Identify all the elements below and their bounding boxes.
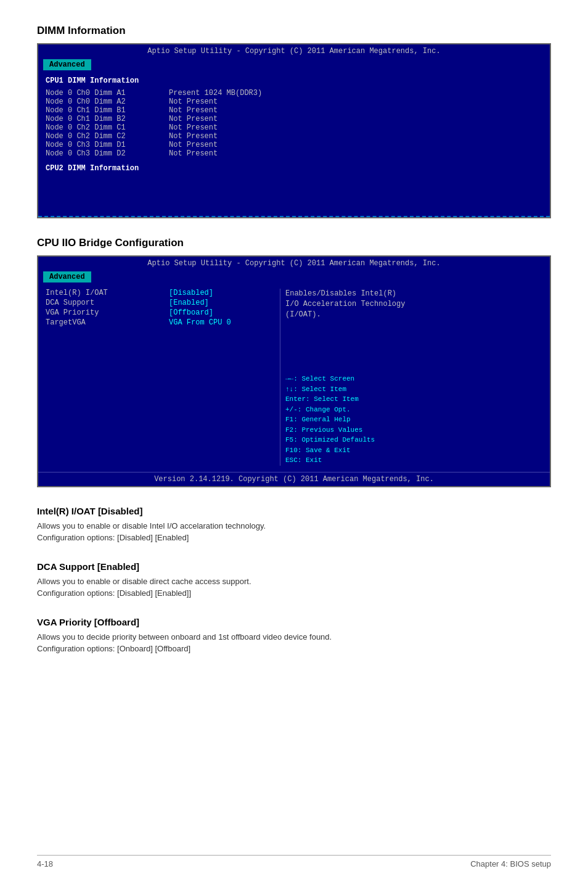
iio-tab-bar: Advanced <box>38 270 550 283</box>
iio-bios-screen: Aptio Setup Utility - Copyright (C) 2011… <box>37 255 551 487</box>
dimm-row-label: Node 0 Ch2 Dimm C1 <box>46 123 169 132</box>
intel-ioat-section: Intel(R) I/OAT [Disabled] Allows you to … <box>37 506 551 544</box>
dca-support-desc: Allows you to enable or disable direct c… <box>37 576 551 600</box>
dca-support-section: DCA Support [Enabled] Allows you to enab… <box>37 561 551 600</box>
dimm-bios-screen: Aptio Setup Utility - Copyright (C) 2011… <box>37 43 551 218</box>
chapter-label: Chapter 4: BIOS setup <box>470 859 551 868</box>
dimm-row-label: Node 0 Ch0 Dimm A1 <box>46 89 169 97</box>
dimm-row-value: Not Present <box>169 132 218 141</box>
iio-section: CPU IIO Bridge Configuration Aptio Setup… <box>37 237 551 487</box>
dimm-bios-header: Aptio Setup Utility - Copyright (C) 2011… <box>38 44 550 58</box>
vga-priority-desc: Allows you to decide priority between on… <box>37 631 551 655</box>
iio-heading: CPU IIO Bridge Configuration <box>37 237 551 249</box>
dimm-row: Node 0 Ch2 Dimm C1Not Present <box>46 123 542 132</box>
vga-priority-section: VGA Priority [Offboard] Allows you to de… <box>37 617 551 655</box>
iio-bios-footer: Version 2.14.1219. Copyright (C) 2011 Am… <box>38 472 550 486</box>
iio-item-label: Intel(R) I/OAT <box>46 289 166 297</box>
iio-item-value: [Disabled] <box>169 289 277 297</box>
iio-left-col: Intel(R) I/OATDCA SupportVGA PriorityTar… <box>46 289 169 466</box>
dimm-row-value: Present 1024 MB(DDR3) <box>169 89 262 97</box>
iio-help-text: Enables/Disables Intel(R) I/O Accelerati… <box>285 289 542 320</box>
dca-support-heading: DCA Support [Enabled] <box>37 561 551 572</box>
vga-priority-heading: VGA Priority [Offboard] <box>37 617 551 627</box>
dimm-row-value: Not Present <box>169 115 218 123</box>
iio-bios-header: Aptio Setup Utility - Copyright (C) 2011… <box>38 257 550 270</box>
iio-item-label: VGA Priority <box>46 308 166 317</box>
dimm-row: Node 0 Ch2 Dimm C2Not Present <box>46 132 542 141</box>
dimm-bios-body: CPU1 DIMM Information Node 0 Ch0 Dimm A1… <box>38 70 550 213</box>
iio-item-label: TargetVGA <box>46 318 166 327</box>
page-footer: 4-18 Chapter 4: BIOS setup <box>37 855 551 868</box>
iio-middle-col: [Disabled][Enabled][Offboard]VGA From CP… <box>169 289 280 466</box>
iio-item-label: DCA Support <box>46 299 166 307</box>
dimm-row-value: Not Present <box>169 141 218 149</box>
dimm-row: Node 0 Ch1 Dimm B2Not Present <box>46 115 542 123</box>
dimm-divider <box>38 216 550 217</box>
dimm-rows-container: Node 0 Ch0 Dimm A1Present 1024 MB(DDR3)N… <box>46 89 542 158</box>
dimm-row-value: Not Present <box>169 106 218 115</box>
iio-item-value: [Offboard] <box>169 308 277 317</box>
iio-item-value: VGA From CPU 0 <box>169 318 277 327</box>
iio-bios-body: Intel(R) I/OATDCA SupportVGA PriorityTar… <box>38 283 550 472</box>
dimm-information-section: DIMM Information Aptio Setup Utility - C… <box>37 25 551 218</box>
dimm-row: Node 0 Ch0 Dimm A2Not Present <box>46 97 542 106</box>
dimm-row-label: Node 0 Ch1 Dimm B1 <box>46 106 169 115</box>
iio-right-col: Enables/Disables Intel(R) I/O Accelerati… <box>280 289 542 466</box>
dimm-tab-bar: Advanced <box>38 58 550 70</box>
dimm-row: Node 0 Ch3 Dimm D2Not Present <box>46 149 542 158</box>
dimm-row-label: Node 0 Ch1 Dimm B2 <box>46 115 169 123</box>
dimm-row: Node 0 Ch0 Dimm A1Present 1024 MB(DDR3) <box>46 89 542 97</box>
dimm-row: Node 0 Ch3 Dimm D1Not Present <box>46 141 542 149</box>
cpu2-dimm-title: CPU2 DIMM Information <box>46 164 542 173</box>
dimm-row-value: Not Present <box>169 97 218 106</box>
dimm-row-value: Not Present <box>169 123 218 132</box>
intel-ioat-heading: Intel(R) I/OAT [Disabled] <box>37 506 551 516</box>
dimm-row: Node 0 Ch1 Dimm B1Not Present <box>46 106 542 115</box>
iio-advanced-tab[interactable]: Advanced <box>43 271 91 283</box>
iio-item-value: [Enabled] <box>169 299 277 307</box>
iio-two-col: Intel(R) I/OATDCA SupportVGA PriorityTar… <box>46 289 542 466</box>
iio-nav-help: →←: Select Screen ↑↓: Select Item Enter:… <box>285 374 542 466</box>
dimm-advanced-tab[interactable]: Advanced <box>43 59 91 70</box>
dimm-heading: DIMM Information <box>37 25 551 37</box>
intel-ioat-desc: Allows you to enable or disable Intel I/… <box>37 520 551 544</box>
dimm-row-label: Node 0 Ch2 Dimm C2 <box>46 132 169 141</box>
dimm-row-label: Node 0 Ch3 Dimm D1 <box>46 141 169 149</box>
page-number: 4-18 <box>37 859 53 868</box>
dimm-row-value: Not Present <box>169 149 218 158</box>
cpu1-dimm-title: CPU1 DIMM Information <box>46 76 542 85</box>
dimm-row-label: Node 0 Ch0 Dimm A2 <box>46 97 169 106</box>
dimm-row-label: Node 0 Ch3 Dimm D2 <box>46 149 169 158</box>
